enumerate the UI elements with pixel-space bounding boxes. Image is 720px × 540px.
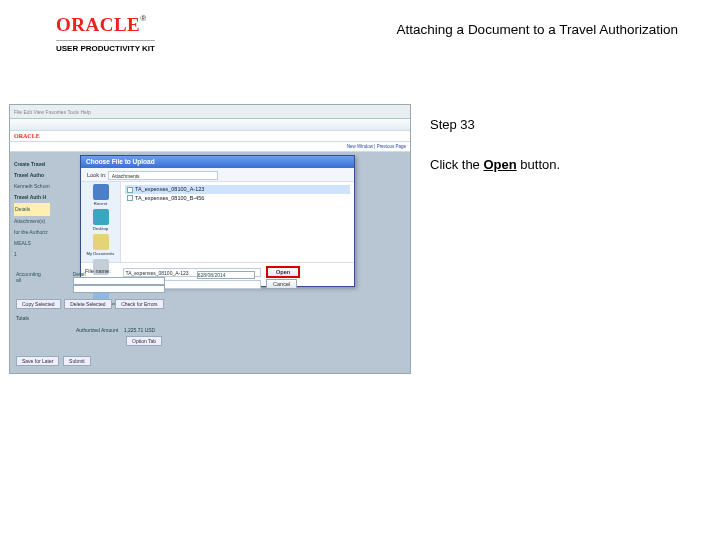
col-cell: all bbox=[16, 277, 41, 283]
file-item[interactable]: TA_expenses_08100_B-456 bbox=[125, 194, 350, 203]
submit-button[interactable]: Submit bbox=[63, 356, 91, 366]
col-date: 628/08/2014 bbox=[197, 271, 255, 293]
browser-toolbar bbox=[10, 119, 410, 131]
page-left-labels: Create Travel Travel Autho Kenneth Schum… bbox=[14, 159, 50, 260]
label-attachments: Attachment(s) bbox=[14, 216, 50, 227]
tab-details: Details bbox=[14, 203, 50, 216]
place-desktop-label: Desktop bbox=[93, 226, 108, 231]
step-text-open: Open bbox=[483, 157, 516, 172]
brand-subtitle: USER PRODUCTIVITY KIT bbox=[56, 40, 155, 53]
totals-label: Totals bbox=[16, 315, 29, 321]
step-label: Step 33 bbox=[430, 116, 690, 134]
dialog-toolbar: Look in: Attachments bbox=[81, 168, 354, 182]
file-icon bbox=[127, 195, 133, 201]
brand-block: ORACLE® USER PRODUCTIVITY KIT bbox=[56, 14, 155, 53]
place-documents-label: My Documents bbox=[87, 251, 115, 256]
auth-amount-label: Authorized Amount bbox=[76, 327, 118, 333]
step-text-prefix: Click the bbox=[430, 157, 483, 172]
count-field: 1 bbox=[14, 251, 17, 257]
auth-amount-value: 1,225.71 USD bbox=[124, 327, 155, 333]
label-meals: MEALS bbox=[14, 238, 50, 249]
place-recent-label: Recent bbox=[94, 201, 107, 206]
lookin-dropdown[interactable]: Attachments bbox=[108, 171, 218, 180]
step-text-suffix: button. bbox=[517, 157, 560, 172]
app-mini-logo: ORACLE bbox=[14, 133, 40, 139]
file-icon bbox=[127, 187, 133, 193]
place-desktop[interactable]: Desktop bbox=[81, 209, 120, 231]
file-list[interactable]: TA_expenses_08100_A-123 TA_expenses_0810… bbox=[121, 182, 354, 262]
copy-button[interactable]: Copy Selected bbox=[16, 299, 61, 309]
brand-reg: ® bbox=[140, 14, 146, 23]
place-documents[interactable]: My Documents bbox=[81, 234, 120, 256]
embedded-screenshot: File Edit View Favorites Tools Help ORAC… bbox=[9, 104, 411, 374]
detail-field bbox=[73, 285, 165, 293]
col-detail: Detail bbox=[73, 271, 165, 293]
crumb-1: Create Travel bbox=[14, 159, 50, 170]
lookin-label: Look in: bbox=[87, 172, 106, 178]
file-item-label: TA_expenses_08100_A-123 bbox=[135, 186, 204, 192]
place-recent[interactable]: Recent bbox=[81, 184, 120, 206]
browser-menubar: File Edit View Favorites Tools Help bbox=[10, 105, 410, 119]
app-header-bar: ORACLE bbox=[10, 131, 410, 142]
brand-logo: ORACLE bbox=[56, 14, 140, 36]
crumb-2: Travel Autho bbox=[14, 170, 50, 181]
user-name: Kenneth Schum bbox=[14, 181, 50, 192]
instruction-panel: Step 33 Click the Open button. bbox=[430, 116, 690, 173]
dialog-titlebar: Choose File to Upload bbox=[81, 156, 354, 168]
page-title: Attaching a Document to a Travel Authori… bbox=[397, 22, 678, 37]
option-tab-button[interactable]: Option Tab bbox=[126, 336, 162, 346]
col-accounting: Accounting all bbox=[16, 271, 41, 293]
save-button[interactable]: Save for Later bbox=[16, 356, 59, 366]
detail-field bbox=[73, 277, 165, 285]
app-util-links: New Window | Previous Page bbox=[10, 142, 410, 152]
file-item-selected[interactable]: TA_expenses_08100_A-123 bbox=[125, 185, 350, 194]
section-heading: Travel Auth H bbox=[14, 192, 50, 203]
lower-form-area: Accounting all Detail 628/08/2014 Copy S… bbox=[10, 261, 410, 363]
label-authoriz: for the Authoriz bbox=[14, 227, 50, 238]
date-field: 628/08/2014 bbox=[197, 271, 255, 279]
file-item-label: TA_expenses_08100_B-456 bbox=[135, 195, 204, 201]
places-bar: Recent Desktop My Documents My Computer … bbox=[81, 182, 121, 262]
delete-button[interactable]: Delete Selected bbox=[64, 299, 111, 309]
check-errors-button[interactable]: Check for Errors bbox=[115, 299, 163, 309]
step-text: Click the Open button. bbox=[430, 156, 690, 174]
